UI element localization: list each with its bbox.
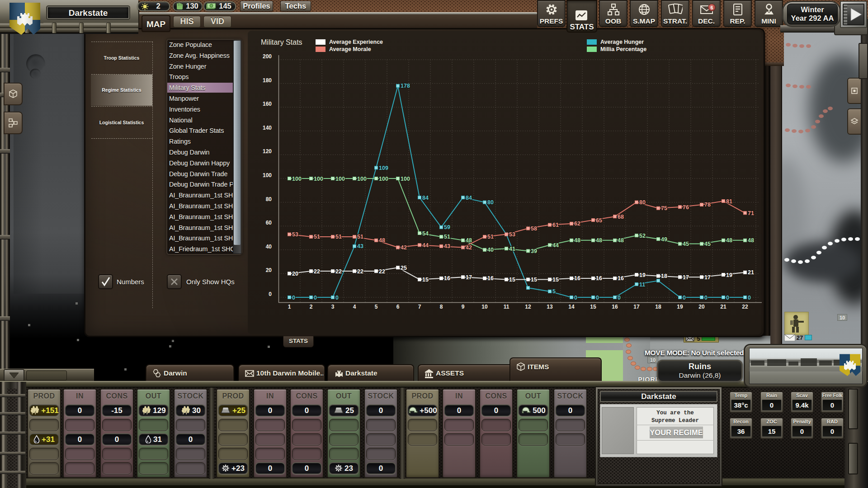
svg-text:15: 15: [509, 277, 515, 283]
svg-text:40: 40: [487, 247, 494, 253]
svg-text:51: 51: [357, 234, 363, 240]
svg-text:17: 17: [633, 304, 640, 310]
svg-text:43: 43: [357, 243, 363, 249]
svg-text:0: 0: [314, 295, 317, 301]
svg-text:21: 21: [720, 304, 726, 310]
svg-text:18: 18: [661, 273, 667, 279]
svg-text:42: 42: [401, 244, 407, 251]
svg-text:80: 80: [266, 196, 272, 202]
svg-text:100: 100: [314, 176, 323, 182]
svg-text:80: 80: [487, 199, 494, 206]
svg-text:16: 16: [618, 275, 624, 282]
svg-text:19: 19: [726, 272, 732, 278]
svg-text:Average Morale: Average Morale: [329, 46, 371, 52]
svg-text:0: 0: [335, 295, 339, 301]
svg-text:60: 60: [266, 220, 272, 226]
svg-text:22: 22: [314, 268, 320, 275]
svg-text:61: 61: [552, 222, 559, 228]
svg-text:84: 84: [466, 195, 472, 201]
svg-text:200: 200: [263, 53, 272, 60]
svg-text:22: 22: [742, 304, 748, 310]
svg-text:7: 7: [418, 304, 421, 310]
svg-text:39: 39: [531, 248, 537, 254]
svg-text:48: 48: [379, 237, 385, 244]
svg-text:Average Hunger: Average Hunger: [600, 39, 644, 45]
svg-text:17: 17: [466, 274, 472, 281]
svg-text:48: 48: [596, 237, 602, 244]
svg-text:4: 4: [353, 304, 356, 310]
svg-text:65: 65: [596, 217, 602, 224]
svg-text:120: 120: [263, 148, 272, 155]
svg-text:140: 140: [263, 125, 272, 131]
svg-text:3: 3: [331, 304, 335, 310]
svg-text:42: 42: [466, 244, 472, 251]
svg-text:16: 16: [596, 275, 602, 282]
svg-text:0: 0: [292, 295, 295, 301]
svg-text:20: 20: [292, 271, 298, 277]
svg-text:84: 84: [422, 195, 429, 201]
svg-text:100: 100: [379, 176, 388, 182]
svg-text:40: 40: [266, 244, 272, 250]
svg-text:0: 0: [618, 295, 621, 301]
svg-text:Average Experience: Average Experience: [329, 39, 383, 45]
svg-text:45: 45: [704, 241, 711, 247]
svg-text:178: 178: [401, 83, 410, 89]
svg-text:20: 20: [698, 304, 705, 310]
svg-text:Military Stats: Military Stats: [261, 38, 302, 46]
svg-text:62: 62: [574, 221, 580, 227]
svg-text:15: 15: [422, 277, 429, 283]
svg-text:20: 20: [266, 267, 272, 273]
svg-text:81: 81: [726, 198, 732, 205]
svg-text:41: 41: [509, 246, 515, 252]
svg-text:48: 48: [748, 237, 754, 244]
svg-text:0: 0: [704, 295, 708, 301]
svg-text:11: 11: [504, 304, 509, 310]
svg-text:9: 9: [462, 304, 465, 310]
svg-text:68: 68: [618, 214, 624, 220]
svg-text:15: 15: [552, 277, 559, 283]
svg-text:76: 76: [683, 204, 689, 211]
svg-text:0: 0: [748, 295, 751, 301]
svg-text:2: 2: [310, 304, 313, 310]
svg-text:21: 21: [748, 269, 754, 276]
svg-text:17: 17: [683, 274, 689, 281]
svg-text:11: 11: [639, 282, 645, 288]
svg-text:51: 51: [487, 234, 494, 240]
svg-text:51: 51: [314, 234, 320, 240]
svg-text:22: 22: [379, 268, 385, 275]
svg-text:109: 109: [379, 165, 388, 171]
svg-text:10: 10: [481, 304, 488, 310]
svg-text:78: 78: [704, 202, 711, 208]
svg-text:16: 16: [612, 304, 618, 310]
svg-text:48: 48: [618, 237, 624, 244]
svg-text:59: 59: [444, 224, 450, 230]
svg-text:13: 13: [547, 304, 553, 310]
svg-text:16: 16: [574, 275, 580, 282]
svg-text:0: 0: [726, 295, 729, 301]
svg-text:16: 16: [487, 275, 494, 282]
svg-text:71: 71: [748, 210, 754, 216]
svg-text:15: 15: [590, 304, 596, 310]
svg-text:160: 160: [263, 101, 272, 107]
svg-text:49: 49: [661, 236, 667, 243]
svg-text:0: 0: [269, 291, 272, 297]
svg-text:48: 48: [466, 237, 472, 244]
svg-text:48: 48: [574, 237, 580, 244]
svg-text:44: 44: [422, 242, 429, 249]
svg-text:180: 180: [263, 77, 272, 84]
svg-text:45: 45: [683, 241, 689, 247]
svg-text:43: 43: [444, 243, 450, 249]
svg-text:0: 0: [596, 295, 599, 301]
svg-text:19: 19: [639, 272, 646, 278]
svg-text:54: 54: [422, 230, 429, 237]
svg-text:0: 0: [683, 295, 686, 301]
svg-text:51: 51: [335, 234, 342, 240]
svg-text:52: 52: [639, 233, 646, 239]
svg-text:Millia Percentage: Millia Percentage: [600, 46, 646, 52]
svg-text:0: 0: [574, 295, 577, 301]
svg-text:100: 100: [357, 176, 367, 182]
svg-text:48: 48: [726, 237, 732, 244]
svg-text:15: 15: [531, 277, 537, 283]
svg-text:44: 44: [552, 242, 559, 249]
svg-text:8: 8: [440, 304, 443, 310]
